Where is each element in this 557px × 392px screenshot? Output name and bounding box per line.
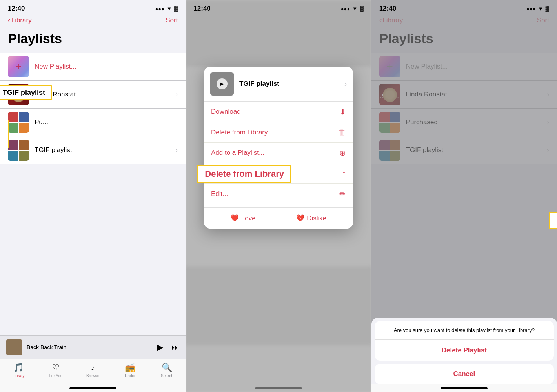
delete-annotation-label: Delete from Library	[205, 169, 284, 179]
tab-search-label: Search	[161, 374, 173, 378]
status-bar-middle: 12:40 ●●● ▼ ▓	[186, 0, 371, 14]
tab-for-you[interactable]: ♡ For You	[44, 363, 67, 378]
new-playlist-thumb-left: +	[8, 56, 29, 77]
love-button[interactable]: ❤️ Love	[231, 214, 256, 222]
delete-playlist-annotation-box: Delete Playlist	[549, 212, 557, 229]
tab-search[interactable]: 🔍 Search	[155, 363, 179, 378]
now-playing-bar[interactable]: Back Back Train ▶ ⏭	[0, 335, 186, 359]
context-menu-overlay: ▶ TGIF playlist › Download ⬇ Delete from…	[186, 0, 371, 392]
love-heart-icon: ❤️	[231, 214, 239, 222]
context-menu-header[interactable]: ▶ TGIF playlist ›	[204, 67, 353, 102]
playlist-info-tgif-left: TGIF playlist	[35, 146, 175, 154]
edit-icon: ✏	[339, 189, 346, 199]
playlist-info-purchased-left: Pu...	[35, 118, 178, 126]
tab-radio[interactable]: 📻 Radio	[118, 363, 142, 378]
trash-icon: 🗑	[338, 128, 346, 137]
right-screen: 12:40 ●●● ▼ ▓ ‹ Library Sort Playlists +	[371, 0, 557, 392]
playlist-item-new-left[interactable]: + New Playlist...	[0, 53, 186, 81]
now-playing-controls: ▶ ⏭	[157, 342, 179, 352]
tgif-annotation-box: TGIF playlist	[0, 85, 52, 100]
status-icons-middle: ●●● ▼ ▓	[341, 6, 364, 12]
love-label: Love	[241, 214, 256, 222]
tgif-annotation-label: TGIF playlist	[3, 89, 45, 96]
alert-sheet: Are you sure you want to delete this pla…	[371, 318, 557, 392]
tab-browse[interactable]: ♪ Browse	[81, 363, 105, 378]
home-bar-left	[69, 387, 116, 389]
context-thumb-container: ▶	[210, 72, 234, 96]
status-icons-left: ●●● ▼ ▓	[155, 6, 178, 12]
tab-library[interactable]: 🎵 Library	[7, 363, 30, 378]
playlist-item-tgif-left[interactable]: TGIF playlist ›	[0, 136, 186, 164]
annotation-arrow-left	[8, 120, 9, 148]
music-note-icon: ♪	[91, 363, 95, 373]
playlist-info-linda-left: Linda Ronstat	[35, 91, 175, 98]
plus-icon-left: +	[15, 60, 22, 73]
purchased-thumb-left	[8, 112, 29, 133]
tab-library-label: Library	[13, 374, 25, 378]
wifi-icon: ▼	[167, 6, 172, 12]
home-bar-right	[441, 387, 488, 389]
context-chevron-icon: ›	[344, 80, 347, 88]
playlist-list-left: + New Playlist... LINDA RONSTADT GREATES…	[0, 53, 186, 335]
alert-overlay: Are you sure you want to delete this pla…	[371, 0, 557, 392]
home-bar-middle	[255, 387, 302, 389]
page-title-left: Playlists	[0, 28, 186, 53]
action-edit[interactable]: Edit... ✏	[204, 184, 353, 204]
love-dislike-row: ❤️ Love 💔 Dislike	[204, 207, 353, 229]
action-edit-label: Edit...	[211, 190, 228, 198]
action-download-label: Download	[211, 108, 241, 116]
delete-annotation-box: Delete from Library	[197, 165, 291, 183]
context-menu-title: TGIF playlist	[239, 80, 339, 88]
nav-bar-left: ‹ Library Sort	[0, 14, 186, 28]
purchased-name-left: Pu...	[35, 118, 48, 126]
cloud-download-icon: ⬇	[339, 107, 346, 116]
action-download[interactable]: Download ⬇	[204, 102, 353, 122]
search-icon-tab: 🔍	[162, 363, 172, 373]
playlist-info-new-left: New Playlist...	[35, 63, 178, 71]
back-button-left[interactable]: ‹ Library	[8, 16, 32, 25]
home-indicator-middle	[186, 384, 371, 392]
play-button[interactable]: ▶	[157, 342, 164, 352]
dislike-button[interactable]: 💔 Dislike	[296, 214, 326, 222]
library-icon: 🎵	[13, 363, 24, 373]
new-playlist-name-left: New Playlist...	[35, 63, 76, 70]
back-label-left[interactable]: Library	[11, 16, 32, 24]
tab-for-you-label: For You	[49, 374, 62, 378]
delete-playlist-button[interactable]: Delete Playlist	[375, 340, 554, 361]
home-indicator-left	[0, 384, 186, 392]
tgif-name-left: TGIF playlist	[35, 146, 72, 154]
battery-icon: ▓	[174, 6, 178, 12]
cancel-button[interactable]: Cancel	[375, 364, 554, 384]
context-menu: ▶ TGIF playlist › Download ⬇ Delete from…	[204, 67, 353, 229]
status-time-middle: 12:40	[193, 5, 210, 13]
now-playing-info: Back Back Train	[27, 344, 152, 350]
share-icon: ↑	[342, 169, 346, 178]
action-add-playlist-label: Add to a Playlist...	[211, 149, 264, 157]
action-add-playlist[interactable]: Add to a Playlist... ⊕	[204, 143, 353, 163]
delete-arrow	[237, 143, 237, 165]
home-indicator-right	[371, 384, 557, 392]
now-playing-thumb	[6, 339, 22, 355]
tab-bar-left: 🎵 Library ♡ For You ♪ Browse 📻 Radio 🔍 S…	[0, 359, 186, 384]
alert-message: Are you sure you want to delete this pla…	[375, 321, 554, 340]
dislike-icon: 💔	[296, 214, 304, 222]
left-screen: 12:40 ●●● ▼ ▓ ‹ Library Sort Playlists +	[0, 0, 186, 392]
action-delete-label: Delete from Library	[211, 129, 268, 136]
tab-browse-label: Browse	[86, 374, 99, 378]
status-bar-left: 12:40 ●●● ▼ ▓	[0, 0, 186, 14]
context-actions: Download ⬇ Delete from Library 🗑 Add to …	[204, 102, 353, 204]
forward-button[interactable]: ⏭	[171, 343, 179, 352]
play-overlay-icon: ▶	[217, 78, 228, 89]
tgif-chevron-left: ›	[175, 146, 178, 154]
status-time-left: 12:40	[8, 5, 25, 13]
tgif-thumb-left	[8, 140, 29, 161]
linda-chevron-left: ›	[175, 91, 178, 99]
action-delete[interactable]: Delete from Library 🗑	[204, 122, 353, 143]
battery-icon-m: ▓	[360, 6, 363, 12]
wifi-icon-m: ▼	[352, 6, 357, 12]
alert-card: Are you sure you want to delete this pla…	[375, 321, 554, 361]
playlist-item-purchased-left[interactable]: Pu... TGIF playlist	[0, 109, 186, 136]
sort-button-left[interactable]: Sort	[166, 16, 178, 24]
signal-icon: ●●●	[155, 6, 164, 12]
radio-icon: 📻	[125, 363, 135, 373]
